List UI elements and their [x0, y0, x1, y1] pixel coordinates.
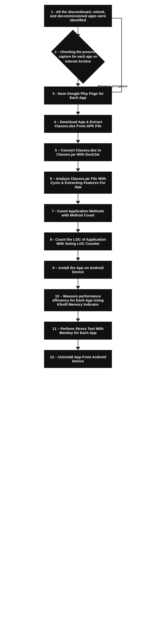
arrow-9-10 — [76, 279, 80, 289]
step5-box: 5 – Convert Classes.dex to Classes.jar W… — [44, 143, 112, 161]
step11-box: 11 – Perform Stress Test With Monkey for… — [44, 322, 112, 340]
step10-box: 10 – Measure performance efficiency for … — [44, 289, 112, 311]
step1-box: 1 - All the discontinued, retired, and d… — [44, 5, 112, 27]
step2-diamond: 2 – Checking the presence of capture for… — [46, 37, 110, 76]
arrow-3-4 — [76, 104, 80, 115]
step9-box: 9 – Install the App on Android Device — [44, 261, 112, 279]
flowchart-container: 1 - All the discontinued, retired, and d… — [27, 5, 129, 368]
arrow-11-12 — [76, 340, 80, 350]
arrow-7-8 — [76, 222, 80, 232]
arrow-10-11 — [76, 311, 80, 322]
flowchart-diagram: Absence of Capture 1 - All the discontin… — [27, 5, 129, 639]
arrow-8-9 — [76, 250, 80, 261]
arrow-4-5 — [76, 133, 80, 143]
step7-box: 7 - Count Application Methods with Metho… — [44, 204, 112, 222]
arrow-6-7 — [76, 194, 80, 204]
step6-box: 6 – Analyze Classes.jar File With Cyvis … — [44, 172, 112, 194]
step12-box: 12 – Uninstall App From Android Device — [44, 350, 112, 368]
step8-box: 8 - Count the LOC of Application With Sw… — [44, 232, 112, 250]
arrow-5-6 — [76, 161, 80, 172]
step3-box: 3 - Save Google Play Page for Each App — [44, 86, 112, 104]
step4-box: 4 – Download App & Extract Classes.dex F… — [44, 115, 112, 133]
